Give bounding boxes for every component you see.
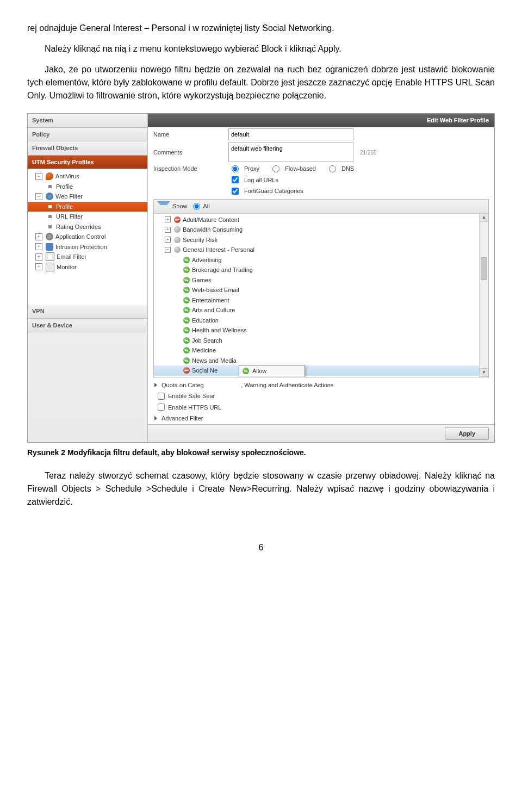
tree-app-control[interactable]: + Application Control [28, 232, 147, 242]
category-label: Arts and Culture [192, 306, 235, 315]
block-icon [174, 216, 181, 223]
dns-radio[interactable] [329, 165, 336, 172]
allow-icon [183, 277, 190, 283]
tree-webfilter[interactable]: − Web Filter [28, 191, 147, 202]
expand-icon[interactable]: + [165, 237, 171, 243]
mail-icon [46, 252, 54, 261]
fg-categories-label: FortiGuard Categories [244, 187, 303, 196]
categories-list[interactable]: +Adult/Mature Content +Bandwidth Consumi… [154, 214, 488, 377]
allow-icon [183, 357, 190, 364]
fg-categories-checkbox[interactable] [232, 188, 239, 195]
tree-label: Profile [56, 202, 73, 212]
https-url-label: Enable HTTPS URL [168, 403, 221, 412]
category-label: Security Risk [183, 235, 217, 245]
tree-label: Intrusion Protection [55, 243, 107, 252]
block-icon [183, 367, 190, 374]
quota-label: Quota on Categ [161, 381, 204, 390]
menu-label: Allow [252, 367, 266, 376]
page-number: 6 [27, 541, 495, 554]
sidebar-section-vpn[interactable]: VPN [28, 305, 147, 319]
category-label: Web-based Email [192, 286, 239, 295]
tree-av-profile[interactable]: Profile [28, 182, 147, 192]
sidebar-section-user-device[interactable]: User & Device [28, 319, 147, 333]
tree-wf-profile[interactable]: Profile [28, 202, 147, 212]
category-label: Job Search [192, 336, 222, 345]
allow-icon [183, 307, 190, 313]
expand-icon[interactable]: + [165, 227, 171, 233]
collapse-icon[interactable]: − [35, 193, 42, 200]
show-label: Show [172, 202, 188, 211]
tree-antivirus[interactable]: − AntiVirus [28, 171, 147, 182]
category-label: Brokerage and Trading [192, 265, 253, 275]
allow-icon [183, 266, 190, 273]
tree-intrusion[interactable]: + Intrusion Protection [28, 242, 147, 252]
apply-button[interactable]: Apply [445, 427, 489, 441]
sidebar-section-system[interactable]: System [28, 114, 147, 128]
paragraph: Jako, że po utworzeniu nowego filtru będ… [27, 63, 495, 102]
category-label: Social Ne [192, 366, 217, 375]
scrollbar[interactable]: ▲ ▼ [479, 214, 488, 377]
scroll-down-icon[interactable]: ▼ [480, 368, 488, 377]
panel-title: Edit Web Filter Profile [148, 114, 494, 127]
advanced-filter-label: Advanced Filter [161, 414, 203, 423]
scroll-thumb[interactable] [481, 257, 487, 280]
figure-caption: Rysunek 2 Modyfikacja filtru default, ab… [27, 447, 495, 458]
flow-radio[interactable] [272, 165, 279, 172]
log-all-label: Log all URLs [244, 176, 278, 185]
tree-label: Web Filter [55, 192, 83, 201]
all-label: All [203, 202, 210, 211]
bullet-icon [48, 225, 52, 228]
menu-allow[interactable]: Allow [239, 365, 304, 377]
name-input[interactable] [228, 128, 353, 141]
tree-monitor[interactable]: + Monitor [28, 262, 147, 272]
allow-icon [183, 337, 190, 344]
categories-box: Show All +Adult/Mature Content +Bandwidt… [153, 199, 489, 377]
main-panel: Edit Web Filter Profile Name Comments 21… [148, 114, 494, 442]
scroll-up-icon[interactable]: ▲ [480, 214, 488, 222]
tree-label: URL Filter [56, 212, 83, 221]
expand-triangle-icon[interactable] [154, 383, 157, 387]
category-label: Advertising [192, 256, 221, 265]
screenshot-panel: System Policy Firewall Objects UTM Secur… [27, 113, 495, 443]
category-label: Medicine [192, 346, 216, 355]
allow-icon [183, 287, 190, 293]
safe-search-checkbox[interactable] [158, 393, 165, 400]
tree-url-filter[interactable]: URL Filter [28, 212, 147, 222]
show-all-radio[interactable] [193, 203, 200, 210]
monitor-icon [46, 263, 54, 271]
tree-rating-overrides[interactable]: Rating Overrides [28, 222, 147, 232]
quota-tail-label: , Warning and Authenticate Actions [241, 381, 333, 390]
proxy-radio[interactable] [232, 165, 239, 172]
shield-icon [46, 243, 53, 251]
sidebar-section-firewall[interactable]: Firewall Objects [28, 141, 147, 156]
collapse-icon[interactable]: − [35, 173, 42, 180]
tree-label: AntiVirus [55, 172, 79, 181]
tree-email-filter[interactable]: + Email Filter [28, 252, 147, 262]
categories-toolbar: Show All [154, 200, 488, 214]
https-url-checkbox[interactable] [158, 404, 165, 411]
category-label: Education [192, 316, 219, 325]
nav-tree: − AntiVirus Profile − Web Filter Profile [28, 169, 147, 305]
collapse-icon[interactable]: − [165, 247, 171, 253]
allow-icon [243, 368, 249, 374]
expand-icon[interactable]: + [165, 216, 171, 222]
log-all-checkbox[interactable] [232, 176, 239, 183]
shield-icon [46, 172, 53, 180]
tree-label: Email Filter [57, 252, 86, 262]
filter-icon [46, 193, 53, 200]
flow-label: Flow-based [285, 164, 316, 173]
bullet-icon [48, 185, 52, 188]
expand-icon[interactable]: + [35, 243, 42, 250]
sidebar-section-policy[interactable]: Policy [28, 128, 147, 142]
expand-icon[interactable]: + [35, 233, 42, 240]
gear-icon [46, 233, 53, 240]
expand-triangle-icon[interactable] [154, 416, 157, 420]
paragraph: rej odnajduje General Interest – Persona… [27, 22, 495, 35]
safe-search-label: Enable Safe Sear [168, 392, 215, 401]
allow-icon [183, 297, 190, 303]
expand-icon[interactable]: + [35, 253, 42, 261]
sidebar-section-utm[interactable]: UTM Security Profiles [28, 156, 147, 170]
expand-icon[interactable]: + [35, 263, 42, 270]
comments-label: Comments [153, 148, 224, 157]
comments-input[interactable] [228, 142, 353, 162]
